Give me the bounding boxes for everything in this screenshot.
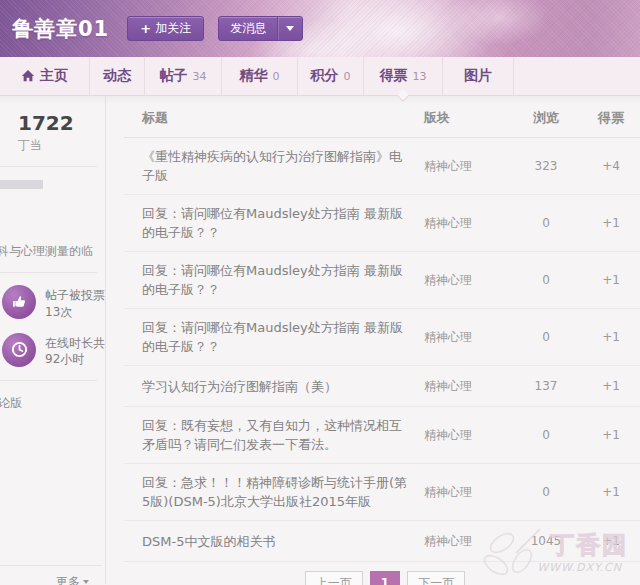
table-row: 学习认知行为治疗图解指南（美） 精神心理 137 +1 [124, 366, 640, 407]
profile-header: 鲁善章01 + 加关注 发消息 [0, 0, 640, 57]
tab-pictures[interactable]: 图片 [443, 57, 514, 95]
post-title-link[interactable]: DSM-5中文版的相关书 [142, 532, 424, 551]
tab-count: 0 [344, 70, 351, 83]
sidebar-truncated-section: 论版 [0, 395, 105, 412]
home-icon [21, 69, 35, 83]
stat-line2: 13次 [45, 304, 105, 321]
sidebar-divider [0, 166, 97, 167]
sidebar-stats: 帖子被投票 13次 在线时长共 92小时 [0, 273, 105, 368]
post-title-link[interactable]: 回复：请问哪位有Maudsley处方指南 最新版的电子版？？ [142, 318, 424, 356]
tab-score[interactable]: 积分 0 [298, 57, 364, 95]
col-views: 浏览 [514, 109, 578, 127]
board-link[interactable]: 精神心理 [424, 533, 514, 550]
tab-count: 0 [273, 70, 280, 83]
votes-table: 标题 版块 浏览 得票 《重性精神疾病的认知行为治疗图解指南》电子版 精神心理 … [120, 96, 640, 562]
message-dropdown-toggle[interactable] [277, 17, 302, 40]
board-link[interactable]: 精神心理 [424, 329, 514, 346]
stat-line2: 92小时 [45, 351, 105, 368]
sidebar-divider [0, 380, 97, 381]
views-count: 1045 [514, 534, 578, 548]
board-link[interactable]: 精神心理 [424, 484, 514, 501]
tab-label: 积分 [311, 67, 339, 85]
post-title-link[interactable]: 《重性精神疾病的认知行为治疗图解指南》电子版 [142, 147, 424, 185]
votes-count: +1 [578, 428, 640, 442]
votes-panel: 标题 版块 浏览 得票 《重性精神疾病的认知行为治疗图解指南》电子版 精神心理 … [106, 96, 640, 584]
col-votes: 得票 [578, 109, 640, 127]
more-label: 更多 [56, 575, 80, 585]
stat-votes-received: 帖子被投票 13次 [2, 285, 105, 321]
plus-icon: + [140, 21, 151, 36]
profile-page: 鲁善章01 + 加关注 发消息 主页 动态 帖子 34 精华 0 [0, 0, 640, 585]
tab-label: 图片 [464, 67, 492, 85]
views-count: 0 [514, 216, 578, 230]
stat-line1: 帖子被投票 [45, 287, 105, 304]
table-row: 回复：请问哪位有Maudsley处方指南 最新版的电子版？？ 精神心理 0 +1 [124, 309, 640, 366]
send-message-button[interactable]: 发消息 [218, 16, 303, 41]
votes-count: +1 [578, 216, 640, 230]
prev-page-button[interactable]: 上一页 [305, 571, 363, 585]
sidebar-bottom-divider [0, 565, 102, 566]
tab-posts[interactable]: 帖子 34 [145, 57, 222, 95]
tab-label: 得票 [380, 67, 408, 85]
tab-label: 主页 [40, 67, 68, 85]
page-title: 鲁善章01 [12, 15, 109, 43]
tab-count: 13 [413, 70, 427, 83]
send-message-label: 发消息 [219, 20, 277, 37]
stat-text: 帖子被投票 13次 [45, 285, 105, 321]
post-title-link[interactable]: 回复：请问哪位有Maudsley处方指南 最新版的电子版？？ [142, 261, 424, 299]
chevron-down-icon [83, 580, 89, 584]
table-row: 《重性精神疾病的认知行为治疗图解指南》电子版 精神心理 323 +4 [124, 138, 640, 195]
votes-count: +4 [578, 159, 640, 173]
votes-count: +1 [578, 330, 640, 344]
table-row: 回复：既有妄想，又有自知力，这种情况相互矛盾吗？请同仁们发表一下看法。 精神心理… [124, 407, 640, 464]
chevron-down-icon [286, 26, 294, 31]
board-link[interactable]: 精神心理 [424, 378, 514, 395]
tab-home[interactable]: 主页 [0, 57, 90, 95]
follow-button-label: 加关注 [155, 20, 191, 37]
current-page-button[interactable]: 1 [370, 571, 400, 585]
tab-votes-active[interactable]: 得票 13 [364, 57, 443, 95]
votes-count: +1 [578, 273, 640, 287]
views-count: 0 [514, 428, 578, 442]
tab-digest[interactable]: 精华 0 [222, 57, 298, 95]
dingdang-score-value: 1722 [18, 112, 105, 134]
board-link[interactable]: 精神心理 [424, 215, 514, 232]
table-row: 回复：请问哪位有Maudsley处方指南 最新版的电子版？？ 精神心理 0 +1 [124, 252, 640, 309]
tab-feed[interactable]: 动态 [90, 57, 145, 95]
views-count: 0 [514, 485, 578, 499]
tab-label: 帖子 [160, 67, 188, 85]
next-page-button[interactable]: 下一页 [407, 571, 465, 585]
dingdang-score-label: 丁当 [18, 137, 105, 154]
tab-label: 动态 [103, 67, 131, 85]
follow-button[interactable]: + 加关注 [127, 16, 204, 41]
sidebar-truncated-text: 科与心理测量的临 [0, 243, 105, 260]
col-board: 版块 [424, 109, 514, 127]
stat-line1: 在线时长共 [45, 335, 105, 352]
user-score-block: 1722 丁当 [0, 112, 105, 154]
level-progress-bar [0, 180, 43, 189]
views-count: 137 [514, 379, 578, 393]
post-title-link[interactable]: 回复：急求！！！精神障碍诊断与统计手册(第5版)(DSM-5)北京大学出版社20… [142, 473, 424, 511]
post-title-link[interactable]: 学习认知行为治疗图解指南（美） [142, 377, 424, 396]
votes-count: +1 [578, 379, 640, 393]
stat-online-hours: 在线时长共 92小时 [2, 333, 105, 369]
table-header-row: 标题 版块 浏览 得票 [124, 98, 640, 138]
board-link[interactable]: 精神心理 [424, 158, 514, 175]
votes-count: +1 [578, 485, 640, 499]
board-link[interactable]: 精神心理 [424, 272, 514, 289]
views-count: 0 [514, 330, 578, 344]
tab-label: 精华 [240, 67, 268, 85]
profile-tabbar: 主页 动态 帖子 34 精华 0 积分 0 得票 13 图片 [0, 57, 640, 96]
views-count: 0 [514, 273, 578, 287]
more-link[interactable]: 更多 [56, 574, 89, 585]
post-title-link[interactable]: 回复：既有妄想，又有自知力，这种情况相互矛盾吗？请同仁们发表一下看法。 [142, 416, 424, 454]
clock-icon [2, 333, 36, 367]
table-row: 回复：急求！！！精神障碍诊断与统计手册(第5版)(DSM-5)北京大学出版社20… [124, 464, 640, 521]
tab-count: 34 [193, 70, 207, 83]
board-link[interactable]: 精神心理 [424, 427, 514, 444]
sidebar: 1722 丁当 科与心理测量的临 帖子被投票 13次 [0, 96, 106, 584]
col-title: 标题 [142, 109, 424, 127]
stat-text: 在线时长共 92小时 [45, 333, 105, 369]
post-title-link[interactable]: 回复：请问哪位有Maudsley处方指南 最新版的电子版？？ [142, 204, 424, 242]
table-row: DSM-5中文版的相关书 精神心理 1045 +1 [124, 521, 640, 562]
